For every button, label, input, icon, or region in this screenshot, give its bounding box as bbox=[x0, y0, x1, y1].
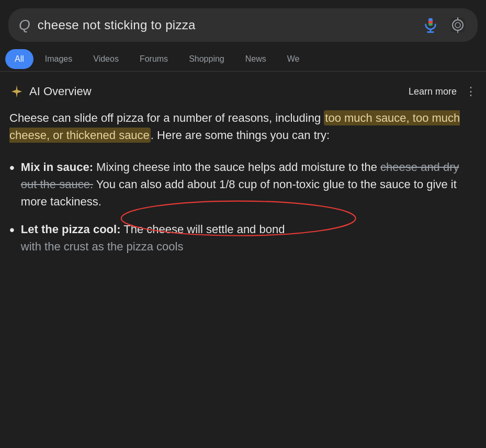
bullet-label-1: Mix in sauce: bbox=[21, 160, 93, 174]
bullet-text-before-strike: Mixing cheese into the sauce helps add m… bbox=[96, 160, 380, 174]
ai-intro-text: Cheese can slide off pizza for a number … bbox=[9, 109, 477, 144]
search-bar-container: Q cheese not sticking to pizza bbox=[0, 0, 486, 42]
svg-rect-5 bbox=[428, 24, 433, 26]
tab-forums[interactable]: Forums bbox=[130, 47, 177, 71]
nav-tabs: All Images Videos Forums Shopping News W… bbox=[0, 47, 486, 72]
tab-all[interactable]: All bbox=[5, 49, 33, 69]
partial-text: with the crust as the pizza cools bbox=[21, 240, 184, 253]
bullet-text-2: Let the pizza cool: The cheese will sett… bbox=[21, 221, 477, 255]
svg-rect-3 bbox=[428, 18, 433, 21]
sparkle-icon bbox=[9, 84, 24, 99]
intro-text-before: Cheese can slide off pizza for a number … bbox=[9, 111, 324, 124]
tab-videos[interactable]: Videos bbox=[84, 47, 128, 71]
intro-text-after: . Here are some things you can try: bbox=[151, 129, 330, 142]
bullet-item-cool: • Let the pizza cool: The cheese will se… bbox=[9, 221, 477, 255]
tab-web[interactable]: We bbox=[278, 47, 309, 71]
bullet-section: • Mix in sauce: Mixing cheese into the s… bbox=[9, 158, 477, 255]
ai-overview-section: AI Overview Learn more ⋮ Cheese can slid… bbox=[0, 72, 486, 255]
tab-shopping[interactable]: Shopping bbox=[179, 47, 234, 71]
learn-more-button[interactable]: Learn more bbox=[409, 86, 457, 97]
search-bar[interactable]: Q cheese not sticking to pizza bbox=[8, 8, 478, 42]
search-icon: Q bbox=[19, 17, 30, 33]
search-query-text[interactable]: cheese not sticking to pizza bbox=[38, 18, 415, 32]
tab-images[interactable]: Images bbox=[36, 47, 82, 71]
tab-news[interactable]: News bbox=[236, 47, 276, 71]
lens-icon[interactable] bbox=[448, 16, 467, 35]
bullet-label-2: Let the pizza cool: bbox=[21, 223, 121, 236]
search-icons-right bbox=[422, 16, 467, 35]
svg-rect-4 bbox=[428, 21, 433, 24]
ai-overview-title-wrap: AI Overview bbox=[9, 84, 92, 99]
mic-icon[interactable] bbox=[422, 17, 439, 33]
more-options-button[interactable]: ⋮ bbox=[465, 85, 477, 98]
bullet-text-cool: The cheese will settle and bond bbox=[123, 223, 285, 236]
bullet-item-mix-sauce: • Mix in sauce: Mixing cheese into the s… bbox=[9, 158, 477, 210]
bullet-list: • Mix in sauce: Mixing cheese into the s… bbox=[9, 158, 477, 255]
bullet-dot-1: • bbox=[9, 158, 15, 177]
bullet-text-1: Mix in sauce: Mixing cheese into the sau… bbox=[21, 158, 477, 210]
ai-overview-title: AI Overview bbox=[29, 85, 92, 98]
ai-overview-header: AI Overview Learn more ⋮ bbox=[9, 84, 477, 99]
bullet-dot-2: • bbox=[9, 221, 15, 239]
ai-overview-actions: Learn more ⋮ bbox=[409, 85, 477, 98]
